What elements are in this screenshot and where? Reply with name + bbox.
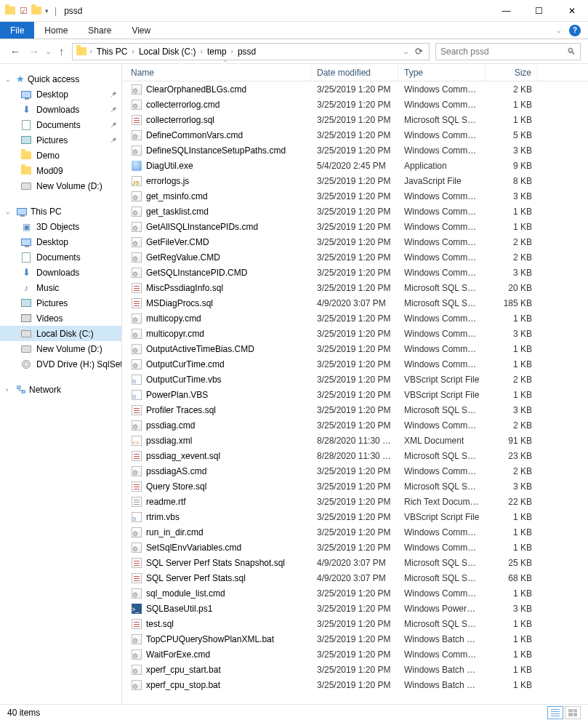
- file-row[interactable]: ⚙TopCPUQueryShowPlanXML.bat3/25/2019 1:2…: [122, 631, 588, 647]
- file-row[interactable]: Query Store.sql3/25/2019 1:20 PMMicrosof…: [122, 479, 588, 494]
- nav-thispc-item[interactable]: Desktop: [0, 234, 121, 249]
- nav-quick-item[interactable]: Documents📌︎: [0, 117, 121, 132]
- nav-this-pc[interactable]: ⌵This PC: [0, 204, 121, 219]
- file-row[interactable]: ⚙WaitForExe.cmd3/25/2019 1:20 PMWindows …: [122, 647, 588, 662]
- file-row[interactable]: ⚙DefineCommonVars.cmd3/25/2019 1:20 PMWi…: [122, 127, 588, 143]
- file-row[interactable]: ⚙collecterrorlog.cmd3/25/2019 1:20 PMWin…: [122, 97, 588, 112]
- file-row[interactable]: ⚙xperf_cpu_stop.bat3/25/2019 1:20 PMWind…: [122, 677, 588, 692]
- maximize-button[interactable]: ☐: [523, 0, 555, 22]
- crumb-pssd[interactable]: pssd: [236, 47, 257, 57]
- search-input[interactable]: Search pssd 🔍︎: [435, 43, 581, 60]
- file-row[interactable]: SOutputCurTime.vbs3/25/2019 1:20 PMVBScr…: [122, 372, 588, 387]
- navigation-pane: ⌵★Quick accessDesktop📌︎⬇Downloads📌︎Docum…: [0, 64, 122, 704]
- file-row[interactable]: ⚙get_msinfo.cmd3/25/2019 1:20 PMWindows …: [122, 188, 588, 204]
- nav-quick-item[interactable]: Mod09: [0, 163, 121, 178]
- file-row[interactable]: collecterrorlog.sql3/25/2019 1:20 PMMicr…: [122, 112, 588, 127]
- file-row[interactable]: ⚙multicopyr.cmd3/25/2019 1:20 PMWindows …: [122, 326, 588, 341]
- file-row[interactable]: ⚙xperf_cpu_start.bat3/25/2019 1:20 PMWin…: [122, 662, 588, 677]
- nav-thispc-item[interactable]: Pictures: [0, 295, 121, 311]
- file-row[interactable]: ⚙sql_module_list.cmd3/25/2019 1:20 PMWin…: [122, 585, 588, 601]
- file-type: VBScript Script File: [398, 375, 486, 385]
- file-row[interactable]: <>pssdiag.xml8/28/2020 11:30 PMXML Docum…: [122, 433, 588, 448]
- file-row[interactable]: ⚙get_tasklist.cmd3/25/2019 1:20 PMWindow…: [122, 204, 588, 219]
- file-row[interactable]: ⚙ClearOrphanedBLGs.cmd3/25/2019 1:20 PMW…: [122, 81, 588, 97]
- crumb-thispc[interactable]: This PC: [95, 47, 129, 57]
- chevron-icon[interactable]: ›: [230, 47, 235, 55]
- close-button[interactable]: ✕: [555, 0, 588, 22]
- nav-back-button[interactable]: ←: [7, 45, 23, 57]
- file-row[interactable]: ⚙pssdiag.cmd3/25/2019 1:20 PMWindows Com…: [122, 417, 588, 433]
- nav-thispc-item[interactable]: ▣3D Objects: [0, 219, 121, 234]
- column-header-size[interactable]: Size: [486, 64, 538, 81]
- file-row[interactable]: SQL Server Perf Stats.sql4/9/2020 3:07 P…: [122, 570, 588, 585]
- nav-thispc-item[interactable]: ♪Music: [0, 280, 121, 295]
- address-bar[interactable]: › This PC› Local Disk (C:)› temp› pssd ⌵…: [72, 43, 430, 60]
- nav-thispc-item[interactable]: DVD Drive (H:) SqlSetup: [0, 356, 121, 372]
- file-row[interactable]: ⚙multicopy.cmd3/25/2019 1:20 PMWindows C…: [122, 311, 588, 326]
- file-row[interactable]: DiagUtil.exe5/4/2020 2:45 PMApplication9…: [122, 158, 588, 173]
- file-row[interactable]: ⚙OutputCurTime.cmd3/25/2019 1:20 PMWindo…: [122, 356, 588, 372]
- refresh-icon[interactable]: ⟳: [415, 46, 423, 57]
- file-row[interactable]: ⚙run_in_dir.cmd3/25/2019 1:20 PMWindows …: [122, 524, 588, 540]
- chevron-icon[interactable]: ›: [131, 47, 136, 55]
- search-icon[interactable]: 🔍︎: [567, 47, 576, 57]
- tab-home[interactable]: Home: [34, 22, 78, 39]
- ribbon-expand-icon[interactable]: ⌵: [555, 27, 562, 34]
- nav-quick-access[interactable]: ⌵★Quick access: [0, 71, 121, 87]
- file-date: 3/25/2019 1:20 PM: [311, 100, 398, 110]
- nav-thispc-item[interactable]: New Volume (D:): [0, 341, 121, 356]
- file-size: 1 KB: [486, 344, 538, 354]
- column-header-type[interactable]: Type: [398, 64, 486, 81]
- nav-thispc-item[interactable]: Documents: [0, 249, 121, 265]
- address-dropdown-icon[interactable]: ⌵: [403, 48, 409, 55]
- nav-history-dropdown[interactable]: ⌵: [45, 48, 52, 55]
- file-row[interactable]: ⚙DefineSQLInstanceSetupPaths.cmd3/25/201…: [122, 143, 588, 158]
- file-row[interactable]: pssdiag_xevent.sql8/28/2020 11:30 PMMicr…: [122, 448, 588, 463]
- nav-quick-item[interactable]: Pictures📌︎: [0, 132, 121, 148]
- nav-quick-item[interactable]: Desktop📌︎: [0, 87, 121, 102]
- tab-view[interactable]: View: [121, 22, 161, 39]
- view-details-button[interactable]: [547, 706, 563, 719]
- crumb-temp[interactable]: temp: [206, 47, 228, 57]
- file-row[interactable]: >_SQLBaseUtil.ps13/25/2019 1:20 PMWindow…: [122, 601, 588, 616]
- column-header-date[interactable]: Date modified: [311, 64, 398, 81]
- help-icon[interactable]: ?: [569, 25, 581, 36]
- nav-up-button[interactable]: ↑: [55, 45, 69, 57]
- file-row[interactable]: ⚙GetRegValue.CMD3/25/2019 1:20 PMWindows…: [122, 249, 588, 265]
- view-thumbnails-button[interactable]: [565, 706, 581, 719]
- nav-quick-item[interactable]: Demo: [0, 148, 121, 163]
- file-date: 3/25/2019 1:20 PM: [311, 268, 398, 278]
- file-row[interactable]: ⚙GetSQLInstancePID.CMD3/25/2019 1:20 PMW…: [122, 265, 588, 280]
- qat-properties-icon[interactable]: ☑: [17, 5, 29, 17]
- nav-quick-item[interactable]: New Volume (D:): [0, 178, 121, 193]
- qat-newfolder-icon[interactable]: [31, 5, 42, 17]
- file-row[interactable]: ⚙GetAllSQLInstancePIDs.cmd3/25/2019 1:20…: [122, 219, 588, 234]
- nav-thispc-item[interactable]: Videos: [0, 311, 121, 326]
- file-row[interactable]: MSDiagProcs.sql4/9/2020 3:07 PMMicrosoft…: [122, 295, 588, 311]
- file-row[interactable]: MiscPssdiagInfo.sql3/25/2019 1:20 PMMicr…: [122, 280, 588, 295]
- tab-share[interactable]: Share: [78, 22, 121, 39]
- minimize-button[interactable]: —: [490, 0, 523, 22]
- chevron-icon[interactable]: ›: [199, 47, 204, 55]
- file-row[interactable]: ⚙SetSqlEnvVariables.cmd3/25/2019 1:20 PM…: [122, 540, 588, 555]
- nav-network[interactable]: ›Network: [0, 382, 121, 397]
- file-row[interactable]: Srtrim.vbs3/25/2019 1:20 PMVBScript Scri…: [122, 509, 588, 524]
- crumb-localdisk[interactable]: Local Disk (C:): [137, 47, 198, 57]
- column-header-name[interactable]: Name: [122, 64, 311, 81]
- chevron-icon[interactable]: ›: [89, 47, 94, 55]
- file-row[interactable]: ⚙pssdiagAS.cmd3/25/2019 1:20 PMWindows C…: [122, 463, 588, 479]
- file-row[interactable]: Profiler Traces.sql3/25/2019 1:20 PMMicr…: [122, 402, 588, 417]
- nav-quick-item[interactable]: ⬇Downloads📌︎: [0, 102, 121, 117]
- file-row[interactable]: test.sql3/25/2019 1:20 PMMicrosoft SQL S…: [122, 616, 588, 631]
- nav-thispc-item[interactable]: ⬇Downloads: [0, 265, 121, 280]
- file-row[interactable]: SQL Server Perf Stats Snapshot.sql4/9/20…: [122, 555, 588, 570]
- file-row[interactable]: JSerrorlogs.js3/25/2019 1:20 PMJavaScrip…: [122, 173, 588, 188]
- file-row[interactable]: ⚙GetFileVer.CMD3/25/2019 1:20 PMWindows …: [122, 234, 588, 249]
- file-row[interactable]: readme.rtf3/25/2019 1:20 PMRich Text Doc…: [122, 494, 588, 509]
- file-size: 1 KB: [486, 680, 538, 690]
- tab-file[interactable]: File: [0, 22, 34, 39]
- nav-thispc-item[interactable]: Local Disk (C:): [0, 326, 121, 341]
- qat-dropdown-icon[interactable]: ▾: [44, 7, 50, 15]
- file-row[interactable]: ⚙OutputActiveTimeBias.CMD3/25/2019 1:20 …: [122, 341, 588, 356]
- file-row[interactable]: SPowerPlan.VBS3/25/2019 1:20 PMVBScript …: [122, 387, 588, 402]
